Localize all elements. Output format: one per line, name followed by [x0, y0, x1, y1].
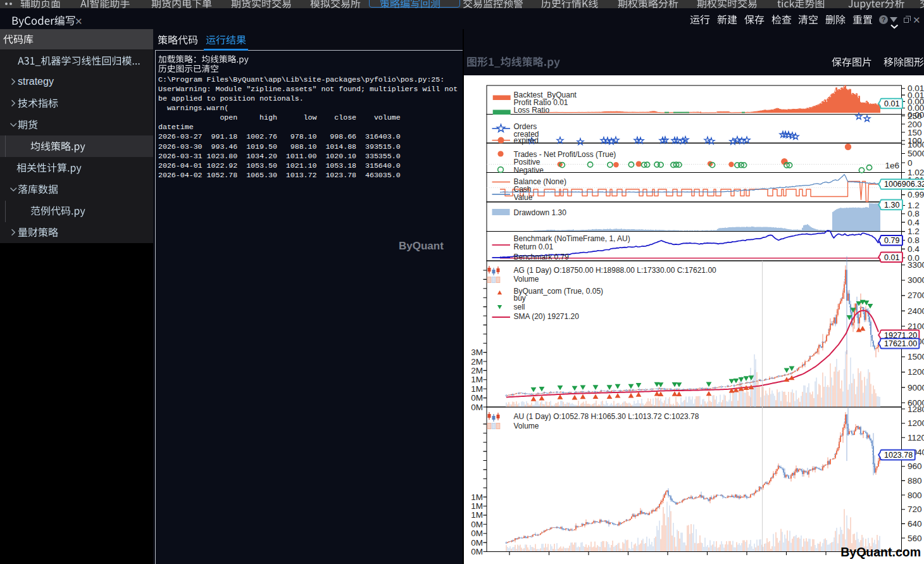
svg-text:800: 800 [908, 491, 922, 500]
svg-text:880: 880 [908, 476, 922, 486]
svg-text:1M: 1M [471, 501, 483, 511]
svg-text:ByQuant.com: ByQuant.com [840, 545, 921, 559]
svg-text:560: 560 [908, 534, 922, 543]
svg-text:0M: 0M [471, 403, 483, 412]
svg-text:Volume: Volume [514, 422, 539, 430]
svg-text:640: 640 [908, 519, 922, 529]
svg-text:Drawdown 1.30: Drawdown 1.30 [514, 208, 567, 217]
svg-text:1M: 1M [471, 375, 483, 384]
svg-text:1M: 1M [471, 510, 483, 520]
svg-text:0M: 0M [471, 520, 483, 529]
svg-text:expired: expired [514, 136, 539, 145]
svg-text:0.4: 0.4 [908, 218, 920, 227]
svg-text:17621.00: 17621.00 [884, 339, 917, 348]
svg-text:1200: 1200 [908, 418, 924, 428]
svg-text:1M: 1M [471, 492, 483, 502]
svg-text:1.30: 1.30 [884, 201, 899, 210]
svg-text:2M: 2M [471, 366, 483, 375]
svg-text:0.99: 0.99 [908, 190, 924, 199]
svg-text:1M: 1M [471, 384, 483, 394]
svg-text:0.01: 0.01 [884, 253, 899, 262]
svg-text:5000: 5000 [908, 149, 924, 158]
svg-text:Loss Ratio: Loss Ratio [514, 106, 550, 115]
svg-text:12000: 12000 [908, 367, 924, 377]
svg-text:ByQuant_com (True, 0.05): ByQuant_com (True, 0.05) [514, 287, 604, 296]
svg-text:0M: 0M [471, 538, 483, 548]
svg-text:10000: 10000 [908, 140, 924, 149]
svg-text:0: 0 [908, 158, 913, 168]
svg-text:1120: 1120 [908, 433, 924, 442]
svg-text:9000: 9000 [908, 383, 924, 392]
svg-text:3M: 3M [471, 348, 483, 357]
svg-text:Benchmark 0.79: Benchmark 0.79 [514, 253, 570, 261]
svg-text:AG (1 Day) O:18750.00 H:18988.: AG (1 Day) O:18750.00 H:18988.00 L:17330… [514, 266, 717, 275]
svg-text:Value: Value [514, 193, 533, 202]
svg-text:2M: 2M [471, 357, 483, 367]
svg-text:AU (1 Day) O:1052.78 H:1065.30: AU (1 Day) O:1052.78 H:1065.30 L:1013.72… [514, 412, 699, 421]
svg-text:0M: 0M [471, 393, 483, 403]
svg-text:SMA (20) 19271.20: SMA (20) 19271.20 [514, 312, 580, 321]
svg-text:Volume: Volume [514, 275, 539, 284]
svg-text:Negative: Negative [514, 166, 544, 175]
svg-text:Return 0.01: Return 0.01 [514, 242, 554, 251]
svg-text:0.8: 0.8 [908, 235, 920, 245]
svg-text:30000: 30000 [908, 275, 924, 285]
svg-text:27000: 27000 [908, 291, 924, 300]
svg-text:0M: 0M [471, 529, 483, 538]
svg-text:1.2: 1.2 [908, 227, 920, 236]
svg-text:15000: 15000 [908, 352, 924, 361]
svg-text:buy: buy [514, 294, 526, 303]
svg-text:24000: 24000 [908, 306, 924, 316]
svg-text:0.4: 0.4 [908, 244, 920, 254]
svg-text:1023.78: 1023.78 [884, 451, 913, 460]
svg-text:sell: sell [514, 303, 525, 311]
svg-text:0.01: 0.01 [884, 99, 899, 108]
svg-text:0.79: 0.79 [884, 236, 899, 245]
svg-text:1006906.32: 1006906.32 [884, 180, 924, 189]
svg-text:720: 720 [908, 504, 922, 514]
svg-text:1280: 1280 [908, 404, 924, 414]
svg-text:1e6: 1e6 [885, 161, 899, 170]
svg-text:33000: 33000 [908, 260, 924, 270]
svg-text:960: 960 [908, 461, 922, 471]
svg-text:0M: 0M [471, 547, 483, 556]
